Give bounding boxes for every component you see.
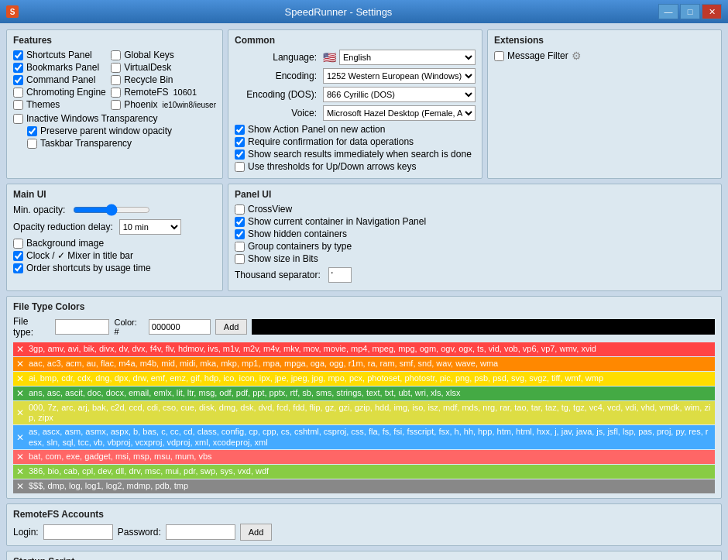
color-row-extensions: as, ascx, asm, asmx, aspx, b, bas, c, cc…	[29, 427, 712, 447]
title-bar: S SpeedRunner - Settings — □ ✕	[0, 0, 728, 23]
remotefs-accounts-section: RemoteFS Accounts Login: Password: Add	[6, 503, 722, 546]
show-action-panel-label: Show Action Panel on new action	[248, 124, 385, 135]
encoding-dos-select[interactable]: 866 Cyrillic (DOS)	[323, 87, 476, 102]
color-value-input[interactable]	[149, 319, 211, 335]
clock-mixer-label: Clock / ✓ Mixer in title bar	[26, 250, 133, 261]
command-panel-checkbox[interactable]	[13, 75, 23, 85]
remove-color-button[interactable]: ✕	[16, 481, 26, 492]
remotefs-value: 10601	[173, 88, 197, 97]
color-row: ✕3gp, amv, avi, bik, divx, dv, dvx, f4v,…	[13, 342, 715, 356]
inactive-windows-label: Inactive Windows Transparency	[26, 113, 157, 124]
encoding-dos-label: Encoding (DOS):	[235, 89, 320, 100]
color-row: ✕as, ascx, asm, asmx, aspx, b, bas, c, c…	[13, 425, 715, 448]
bookmarks-panel-checkbox[interactable]	[13, 63, 23, 73]
group-containers-checkbox[interactable]	[235, 242, 245, 252]
startup-script-section: Startup Script Reset cached data. (This …	[6, 551, 722, 560]
color-row-extensions: ai, bmp, cdr, cdx, dng, dpx, drw, emf, e…	[29, 373, 712, 383]
remove-color-button[interactable]: ✕	[16, 359, 26, 369]
color-row: ✕ans, asc, ascit, doc, docx, email, emlx…	[13, 387, 715, 400]
window-title: SpeedRunner - Settings	[19, 6, 658, 18]
background-image-checkbox[interactable]	[13, 239, 23, 249]
message-filter-checkbox[interactable]	[494, 51, 504, 61]
crossview-checkbox[interactable]	[235, 204, 245, 215]
shortcuts-panel-checkbox[interactable]	[13, 50, 23, 60]
voice-label: Voice:	[235, 108, 320, 119]
thousand-separator-input[interactable]	[328, 267, 352, 283]
language-select[interactable]: English	[339, 50, 476, 65]
login-label: Login:	[13, 527, 39, 538]
color-row: ✕bat, com, exe, gadget, msi, msp, msu, m…	[13, 450, 715, 464]
color-row: ✕aac, ac3, acm, au, flac, m4a, m4b, mid,…	[13, 357, 715, 371]
taskbar-transparency-checkbox[interactable]	[27, 139, 37, 149]
password-label: Password:	[118, 527, 161, 538]
require-confirmation-checkbox[interactable]	[235, 137, 245, 147]
themes-checkbox[interactable]	[13, 100, 23, 110]
remove-color-button[interactable]: ✕	[16, 388, 26, 399]
use-thresholds-label: Use thresholds for Up/Down arrows keys	[248, 161, 416, 172]
order-shortcuts-checkbox[interactable]	[13, 263, 23, 273]
add-file-type-button[interactable]: Add	[215, 319, 248, 335]
show-action-panel-checkbox[interactable]	[235, 125, 245, 135]
virtual-desk-checkbox[interactable]	[111, 63, 121, 73]
file-type-label: File type:	[13, 316, 50, 338]
opacity-slider[interactable]	[73, 204, 150, 216]
color-row-extensions: 386, bio, cab, cpl, dev, dll, drv, msc, …	[29, 466, 712, 476]
gear-icon[interactable]: ⚙	[572, 50, 582, 62]
color-row: ✕ai, bmp, cdr, cdx, dng, dpx, drw, emf, …	[13, 372, 715, 386]
close-button[interactable]: ✕	[702, 4, 722, 19]
show-current-container-checkbox[interactable]	[235, 217, 245, 227]
panel-ui-title: Panel UI	[235, 189, 715, 200]
preserve-opacity-checkbox[interactable]	[27, 126, 37, 136]
show-hidden-containers-label: Show hidden containers	[248, 228, 347, 239]
remotefs-checkbox[interactable]	[111, 88, 121, 98]
remove-color-button[interactable]: ✕	[16, 452, 26, 462]
login-input[interactable]	[43, 524, 113, 540]
color-hash-label: Color: #	[114, 318, 143, 336]
opacity-reduction-label: Opacity reduction delay:	[13, 222, 113, 232]
group-containers-label: Group containers by type	[248, 241, 352, 252]
encoding-select[interactable]: 1252 Western European (Windows)	[323, 68, 476, 84]
show-search-results-checkbox[interactable]	[235, 149, 245, 160]
thousand-separator-label: Thousand separator:	[235, 270, 321, 280]
show-size-bits-checkbox[interactable]	[235, 254, 245, 264]
extensions-title: Extensions	[494, 35, 715, 46]
min-opacity-label: Min. opacity:	[13, 204, 65, 215]
crossview-label: CrossView	[248, 204, 292, 215]
inactive-windows-checkbox[interactable]	[13, 114, 23, 124]
show-hidden-containers-checkbox[interactable]	[235, 229, 245, 239]
flag-icon: 🇺🇸	[323, 51, 336, 64]
remove-color-button[interactable]: ✕	[16, 373, 26, 384]
show-search-results-label: Show search results immediately when sea…	[248, 149, 472, 160]
common-section: Common Language: 🇺🇸 English Encoding: 12…	[228, 29, 482, 179]
remotefs-accounts-title: RemoteFS Accounts	[13, 509, 715, 520]
maximize-button[interactable]: □	[680, 4, 700, 19]
color-row: ✕$$$, dmp, log, log1, log2, mdmp, pdb, t…	[13, 479, 715, 493]
recycle-bin-checkbox[interactable]	[111, 75, 121, 85]
color-row: ✕386, bio, cab, cpl, dev, dll, drv, msc,…	[13, 465, 715, 479]
background-image-label: Background image	[26, 238, 104, 249]
password-input[interactable]	[166, 524, 235, 540]
features-title: Features	[13, 35, 216, 46]
file-type-input[interactable]	[55, 319, 109, 335]
clock-mixer-checkbox[interactable]	[13, 251, 23, 261]
minimize-button[interactable]: —	[658, 4, 678, 19]
shortcuts-panel-label: Shortcuts Panel	[26, 50, 92, 60]
startup-script-title: Startup Script	[13, 556, 715, 560]
voice-select[interactable]: Microsoft Hazel Desktop (Female, Adult)	[323, 105, 476, 121]
opacity-reduction-select[interactable]: 10 min 5 min 15 min 30 min	[119, 219, 181, 235]
color-row-extensions: 000, 7z, arc, arj, bak, c2d, ccd, cdi, c…	[29, 403, 712, 423]
remove-color-button[interactable]: ✕	[16, 344, 26, 355]
app-icon: S	[6, 5, 19, 18]
use-thresholds-checkbox[interactable]	[235, 162, 245, 172]
remove-color-button[interactable]: ✕	[16, 466, 26, 477]
global-keys-checkbox[interactable]	[111, 50, 121, 60]
panel-ui-section: Panel UI CrossView Show current containe…	[228, 184, 722, 291]
color-preview-box	[252, 319, 715, 335]
remove-color-button[interactable]: ✕	[16, 432, 26, 443]
color-row-extensions: $$$, dmp, log, log1, log2, mdmp, pdb, tm…	[29, 481, 712, 491]
language-label: Language:	[235, 52, 320, 63]
chromoting-engine-checkbox[interactable]	[13, 88, 23, 98]
remove-color-button[interactable]: ✕	[16, 407, 26, 418]
phoenix-checkbox[interactable]	[111, 100, 121, 110]
add-account-button[interactable]: Add	[240, 524, 273, 541]
